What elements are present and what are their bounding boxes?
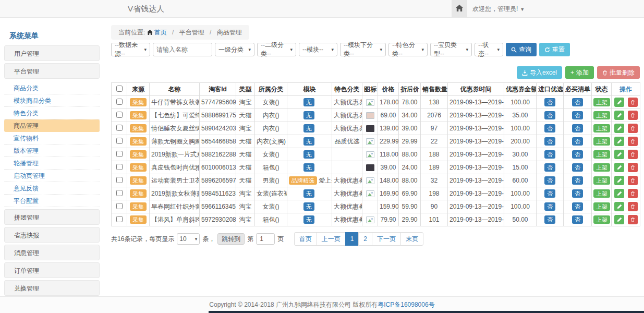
edit-button[interactable] xyxy=(614,124,624,133)
edit-button[interactable] xyxy=(614,215,624,224)
delete-button[interactable] xyxy=(628,137,638,146)
status-badge[interactable]: 上架 xyxy=(593,215,610,224)
search-button[interactable]: 查询 xyxy=(506,43,537,56)
sidebar-item-goods-mgmt[interactable]: 商品管理 xyxy=(4,119,100,132)
import-select-badge[interactable]: 否 xyxy=(544,98,555,106)
pager-prev[interactable]: 上一页 xyxy=(317,232,346,246)
must-buy-badge[interactable]: 否 xyxy=(572,189,583,198)
edit-button[interactable] xyxy=(614,163,624,172)
import-select-badge[interactable]: 否 xyxy=(544,150,555,159)
per-page-select[interactable]: 10▾ xyxy=(177,233,200,245)
edit-button[interactable] xyxy=(614,176,624,185)
row-checkbox[interactable] xyxy=(116,99,123,105)
icp-link[interactable]: 粤ICP备16098006号 xyxy=(378,301,434,308)
row-checkbox[interactable] xyxy=(116,216,123,222)
must-buy-badge[interactable]: 否 xyxy=(572,202,583,211)
sidebar-group-savings-express[interactable]: 省惠快报 xyxy=(4,227,100,243)
level2-category-select[interactable]: --二级分类--▾ xyxy=(257,43,296,56)
status-badge[interactable]: 上架 xyxy=(593,137,610,146)
must-buy-badge[interactable]: 否 xyxy=(572,176,583,185)
edit-button[interactable] xyxy=(614,98,624,107)
import-select-badge[interactable]: 否 xyxy=(544,124,555,133)
must-buy-badge[interactable]: 否 xyxy=(572,137,583,146)
item-type-select[interactable]: --宝贝类型--▾ xyxy=(430,43,472,56)
edit-button[interactable] xyxy=(614,137,624,146)
status-badge[interactable]: 上架 xyxy=(593,163,610,172)
status-badge[interactable]: 上架 xyxy=(593,202,610,211)
status-badge[interactable]: 上架 xyxy=(593,124,610,133)
status-select[interactable]: --状态--▾ xyxy=(475,43,503,56)
must-buy-badge[interactable]: 否 xyxy=(572,215,583,224)
row-checkbox[interactable] xyxy=(116,164,123,170)
sidebar-group-exchange-mgmt[interactable]: 兑换管理 xyxy=(4,280,100,296)
sidebar-item-splash-mgmt[interactable]: 启动页管理 xyxy=(4,170,100,182)
sidebar-group-message-mgmt[interactable]: 消息管理 xyxy=(4,245,100,260)
sidebar-group-groupbuy-mgmt[interactable]: 拼团管理 xyxy=(4,209,100,225)
sidebar-item-carousel-mgmt[interactable]: 轮播管理 xyxy=(4,157,100,170)
select-all-checkbox[interactable] xyxy=(116,86,123,92)
delete-button[interactable] xyxy=(628,163,638,172)
sidebar-item-goods-category[interactable]: 商品分类 xyxy=(4,82,100,94)
sidebar-group-order-mgmt[interactable]: 订单管理 xyxy=(4,262,100,278)
batch-delete-button[interactable]: 批量删除 xyxy=(597,66,640,79)
delete-button[interactable] xyxy=(628,189,638,198)
must-buy-badge[interactable]: 否 xyxy=(572,150,583,159)
breadcrumb-home-link[interactable]: 首页 xyxy=(147,29,168,36)
delete-button[interactable] xyxy=(628,176,638,185)
import-excel-button[interactable]: 导入excel xyxy=(517,66,562,79)
add-button[interactable]: + 添加 xyxy=(565,66,594,79)
row-checkbox[interactable] xyxy=(116,177,123,183)
edit-button[interactable] xyxy=(614,111,624,120)
delete-button[interactable] xyxy=(628,124,638,133)
sidebar-group-platform-mgmt[interactable]: 平台管理 xyxy=(4,63,100,79)
pager-first[interactable]: 首页 xyxy=(294,232,317,246)
import-select-badge[interactable]: 否 xyxy=(544,176,555,185)
pager-next[interactable]: 下一页 xyxy=(372,232,401,246)
delete-button[interactable] xyxy=(628,111,638,120)
status-badge[interactable]: 上架 xyxy=(593,98,610,106)
sidebar-item-feedback[interactable]: 意见反馈 xyxy=(4,182,100,195)
delete-button[interactable] xyxy=(628,215,638,224)
import-select-badge[interactable]: 否 xyxy=(544,163,555,172)
sidebar-item-promo-materials[interactable]: 宣传物料 xyxy=(4,132,100,145)
sidebar-item-version-mgmt[interactable]: 版本管理 xyxy=(4,145,100,157)
sidebar-item-feature-category[interactable]: 特色分类 xyxy=(4,107,100,119)
status-badge[interactable]: 上架 xyxy=(593,150,610,159)
sidebar-item-module-goods-category[interactable]: 模块商品分类 xyxy=(4,94,100,107)
must-buy-badge[interactable]: 否 xyxy=(572,98,583,106)
level1-category-select[interactable]: 一级分类▾ xyxy=(215,43,254,56)
status-badge[interactable]: 上架 xyxy=(593,111,610,119)
delete-button[interactable] xyxy=(628,98,638,107)
row-checkbox[interactable] xyxy=(116,138,123,144)
user-menu[interactable]: 欢迎您，管理员!▼ xyxy=(472,5,525,14)
row-checkbox[interactable] xyxy=(116,151,123,157)
pager-page-1[interactable]: 1 xyxy=(345,232,359,246)
status-badge[interactable]: 上架 xyxy=(593,189,610,198)
import-select-badge[interactable]: 否 xyxy=(544,137,555,146)
import-select-badge[interactable]: 否 xyxy=(544,111,555,119)
data-source-select[interactable]: --数据来源--▾ xyxy=(111,43,150,56)
row-checkbox[interactable] xyxy=(116,190,123,196)
delete-button[interactable] xyxy=(628,202,638,211)
name-search-input[interactable] xyxy=(153,43,212,56)
row-checkbox[interactable] xyxy=(116,203,123,209)
import-select-badge[interactable]: 否 xyxy=(544,215,555,224)
row-checkbox[interactable] xyxy=(116,125,123,131)
feature-category-select[interactable]: --特色分类--▾ xyxy=(388,43,428,56)
edit-button[interactable] xyxy=(614,189,624,198)
home-button[interactable] xyxy=(452,0,467,17)
sidebar-group-user-mgmt[interactable]: 用户管理 xyxy=(4,45,100,61)
page-number-input[interactable] xyxy=(256,233,275,245)
pager-last[interactable]: 末页 xyxy=(400,232,423,246)
reset-button[interactable]: 重置 xyxy=(539,43,570,56)
module-select[interactable]: --模块--▾ xyxy=(299,43,337,56)
must-buy-badge[interactable]: 否 xyxy=(572,124,583,133)
import-select-badge[interactable]: 否 xyxy=(544,202,555,211)
import-select-badge[interactable]: 否 xyxy=(544,189,555,198)
must-buy-badge[interactable]: 否 xyxy=(572,163,583,172)
jump-button[interactable]: 跳转到 xyxy=(217,233,245,245)
row-checkbox[interactable] xyxy=(116,112,123,118)
sidebar-item-platform-config[interactable]: 平台配置 xyxy=(4,195,100,207)
delete-button[interactable] xyxy=(628,150,638,159)
status-badge[interactable]: 上架 xyxy=(593,176,610,185)
